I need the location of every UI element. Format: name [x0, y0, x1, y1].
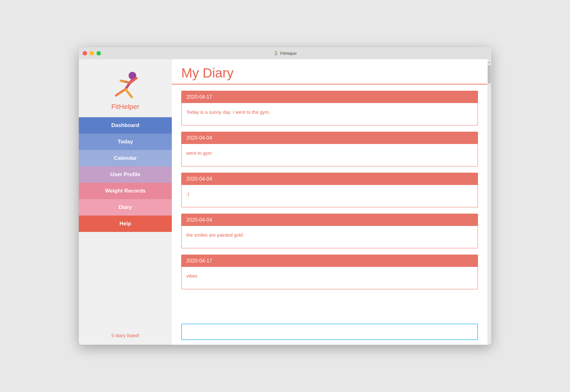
diary-entry-header: 2020-04-17 [182, 91, 478, 103]
sidebar: FitHelper Dashboard Today Calendar User … [79, 59, 172, 345]
diary-count: 5 diary listed! [111, 333, 139, 338]
diary-entry: 2020-04-17 vibes [181, 255, 478, 289]
app-logo [107, 69, 144, 100]
titlebar: 🏃 FitHelper [79, 47, 491, 59]
diary-entry-date: 2020-04-17 [186, 258, 212, 263]
sidebar-item-profile[interactable]: User Profile [79, 166, 172, 183]
svg-line-5 [125, 89, 132, 97]
diary-entry-header: 2020-04-04 [182, 214, 478, 226]
input-area [172, 319, 487, 345]
scroll-up-arrow[interactable]: ▲ [487, 60, 491, 64]
page-title: My Diary [181, 66, 478, 81]
diary-entry-body: :) [182, 185, 478, 207]
close-button[interactable] [83, 51, 87, 55]
diary-entry-body: went to gym [182, 144, 478, 166]
titlebar-icon: 🏃 [273, 51, 278, 56]
diary-entry-body: vibes [182, 267, 478, 289]
diary-entry: 2020-04-04 the smiles are painted gold [181, 214, 478, 248]
diary-entry-body: the smiles are painted gold [182, 226, 478, 248]
main-header: My Diary [172, 59, 487, 84]
svg-line-3 [121, 81, 130, 83]
diary-entry: 2020-04-17 Today is a sunny day. I went … [181, 91, 478, 125]
titlebar-title: 🏃 FitHelper [273, 51, 297, 56]
diary-entry-date: 2020-04-04 [186, 135, 212, 141]
app-body: FitHelper Dashboard Today Calendar User … [79, 59, 491, 345]
diary-entry: 2020-04-04 :) [181, 173, 478, 207]
diary-entry-header: 2020-04-04 [182, 132, 478, 144]
app-window: 🏃 FitHelper [79, 47, 491, 345]
diary-entry-date: 2020-04-17 [186, 94, 212, 100]
main-content: My Diary 2020-04-17 Today is a sunny day… [172, 59, 487, 345]
sidebar-item-calendar[interactable]: Calendar [79, 150, 172, 166]
sidebar-item-diary[interactable]: Diary [79, 199, 172, 216]
diary-entry-header: 2020-04-17 [182, 255, 478, 267]
diary-entry-text: :) [186, 191, 189, 197]
sidebar-footer: 5 diary listed! [79, 326, 172, 345]
maximize-button[interactable] [96, 51, 101, 55]
scroll-thumb[interactable] [488, 65, 491, 84]
diary-list: 2020-04-17 Today is a sunny day. I went … [172, 84, 487, 319]
sidebar-item-today[interactable]: Today [79, 134, 172, 150]
scrollbar[interactable]: ▲ [487, 59, 491, 345]
diary-entry-text: the smiles are painted gold [186, 232, 243, 238]
sidebar-item-weight[interactable]: Weight Records [79, 183, 172, 199]
sidebar-app-name: FitHelper [111, 103, 139, 111]
logo-area: FitHelper [79, 59, 172, 117]
diary-entry-body: Today is a sunny day. I went to the gym. [182, 103, 478, 125]
diary-entry-date: 2020-04-04 [186, 176, 212, 182]
window-controls [83, 51, 101, 55]
sidebar-item-help[interactable]: Help [79, 216, 172, 232]
diary-entry-text: went to gym [186, 150, 212, 156]
sidebar-item-dashboard[interactable]: Dashboard [79, 117, 172, 134]
diary-entry: 2020-04-04 went to gym [181, 132, 478, 166]
diary-entry-date: 2020-04-04 [186, 217, 212, 222]
svg-line-2 [116, 89, 125, 95]
sidebar-nav: Dashboard Today Calendar User Profile We… [79, 117, 172, 326]
diary-input[interactable] [181, 324, 478, 340]
diary-entry-text: Today is a sunny day. I went to the gym. [186, 109, 270, 115]
diary-entry-header: 2020-04-04 [182, 173, 478, 185]
minimize-button[interactable] [90, 51, 94, 55]
diary-entry-text: vibes [186, 273, 197, 279]
